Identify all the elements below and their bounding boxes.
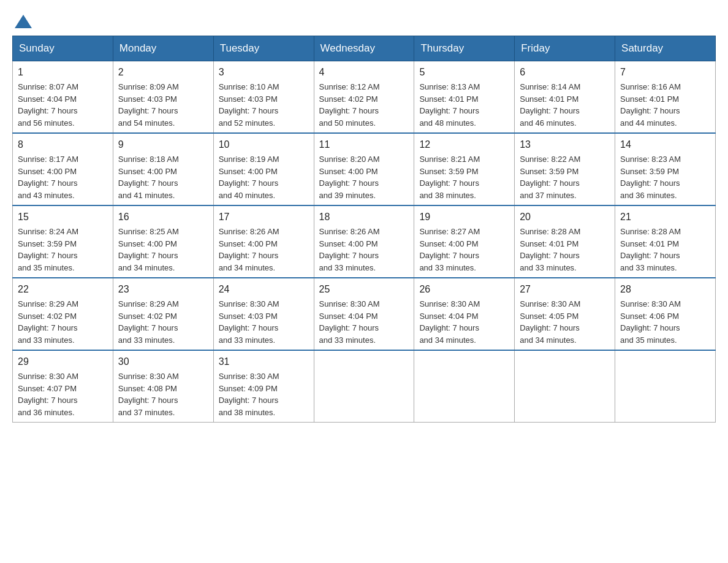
day-info: Sunrise: 8:13 AMSunset: 4:01 PMDaylight:… <box>419 81 509 129</box>
day-info: Sunrise: 8:29 AMSunset: 4:02 PMDaylight:… <box>18 298 108 346</box>
calendar-cell: 13Sunrise: 8:22 AMSunset: 3:59 PMDayligh… <box>515 133 615 205</box>
calendar-week-row: 8Sunrise: 8:17 AMSunset: 4:00 PMDaylight… <box>13 133 716 205</box>
calendar-cell: 6Sunrise: 8:14 AMSunset: 4:01 PMDaylight… <box>515 61 615 134</box>
day-number: 24 <box>219 282 309 297</box>
day-info: Sunrise: 8:30 AMSunset: 4:05 PMDaylight:… <box>520 298 610 346</box>
day-number: 14 <box>620 137 710 152</box>
calendar-cell: 24Sunrise: 8:30 AMSunset: 4:03 PMDayligh… <box>213 278 314 350</box>
day-number: 8 <box>18 137 108 152</box>
calendar-week-row: 29Sunrise: 8:30 AMSunset: 4:07 PMDayligh… <box>13 350 716 423</box>
day-number: 30 <box>118 354 208 369</box>
day-info: Sunrise: 8:07 AMSunset: 4:04 PMDaylight:… <box>18 81 108 129</box>
day-number: 15 <box>18 210 108 224</box>
day-info: Sunrise: 8:17 AMSunset: 4:00 PMDaylight:… <box>18 153 108 201</box>
calendar-cell: 26Sunrise: 8:30 AMSunset: 4:04 PMDayligh… <box>414 278 515 350</box>
calendar-cell: 21Sunrise: 8:28 AMSunset: 4:01 PMDayligh… <box>615 205 716 278</box>
calendar-cell: 29Sunrise: 8:30 AMSunset: 4:07 PMDayligh… <box>13 350 113 423</box>
day-info: Sunrise: 8:30 AMSunset: 4:06 PMDaylight:… <box>620 298 710 346</box>
logo <box>12 12 32 26</box>
calendar-cell <box>615 350 716 423</box>
day-number: 13 <box>520 137 610 152</box>
day-number: 22 <box>18 282 108 297</box>
calendar-cell: 16Sunrise: 8:25 AMSunset: 4:00 PMDayligh… <box>113 205 213 278</box>
calendar-table: SundayMondayTuesdayWednesdayThursdayFrid… <box>12 36 716 423</box>
calendar-cell: 31Sunrise: 8:30 AMSunset: 4:09 PMDayligh… <box>213 350 314 423</box>
logo-triangle-icon <box>15 15 32 28</box>
weekday-header-saturday: Saturday <box>615 36 716 61</box>
day-info: Sunrise: 8:22 AMSunset: 3:59 PMDaylight:… <box>520 153 610 201</box>
day-info: Sunrise: 8:20 AMSunset: 4:00 PMDaylight:… <box>319 153 409 201</box>
page-header <box>12 12 716 26</box>
calendar-cell: 18Sunrise: 8:26 AMSunset: 4:00 PMDayligh… <box>314 205 414 278</box>
calendar-cell: 1Sunrise: 8:07 AMSunset: 4:04 PMDaylight… <box>13 61 113 134</box>
day-number: 16 <box>118 210 208 224</box>
day-number: 7 <box>620 65 710 80</box>
calendar-week-row: 22Sunrise: 8:29 AMSunset: 4:02 PMDayligh… <box>13 278 716 350</box>
weekday-header-wednesday: Wednesday <box>314 36 414 61</box>
calendar-cell: 2Sunrise: 8:09 AMSunset: 4:03 PMDaylight… <box>113 61 213 134</box>
calendar-cell: 10Sunrise: 8:19 AMSunset: 4:00 PMDayligh… <box>213 133 314 205</box>
day-number: 25 <box>319 282 409 297</box>
day-number: 18 <box>319 210 409 224</box>
day-number: 28 <box>620 282 710 297</box>
day-number: 1 <box>18 65 108 80</box>
day-number: 26 <box>419 282 509 297</box>
calendar-cell: 20Sunrise: 8:28 AMSunset: 4:01 PMDayligh… <box>515 205 615 278</box>
calendar-cell: 27Sunrise: 8:30 AMSunset: 4:05 PMDayligh… <box>515 278 615 350</box>
day-number: 27 <box>520 282 610 297</box>
calendar-cell: 23Sunrise: 8:29 AMSunset: 4:02 PMDayligh… <box>113 278 213 350</box>
day-info: Sunrise: 8:21 AMSunset: 3:59 PMDaylight:… <box>419 153 509 201</box>
calendar-cell: 25Sunrise: 8:30 AMSunset: 4:04 PMDayligh… <box>314 278 414 350</box>
day-number: 20 <box>520 210 610 224</box>
calendar-cell <box>414 350 515 423</box>
day-info: Sunrise: 8:24 AMSunset: 3:59 PMDaylight:… <box>18 226 108 274</box>
day-info: Sunrise: 8:30 AMSunset: 4:09 PMDaylight:… <box>219 370 309 418</box>
day-number: 5 <box>419 65 509 80</box>
calendar-cell: 5Sunrise: 8:13 AMSunset: 4:01 PMDaylight… <box>414 61 515 134</box>
day-number: 3 <box>219 65 309 80</box>
calendar-header-row: SundayMondayTuesdayWednesdayThursdayFrid… <box>13 36 716 61</box>
calendar-week-row: 1Sunrise: 8:07 AMSunset: 4:04 PMDaylight… <box>13 61 716 134</box>
calendar-cell: 17Sunrise: 8:26 AMSunset: 4:00 PMDayligh… <box>213 205 314 278</box>
calendar-cell: 19Sunrise: 8:27 AMSunset: 4:00 PMDayligh… <box>414 205 515 278</box>
day-info: Sunrise: 8:29 AMSunset: 4:02 PMDaylight:… <box>118 298 208 346</box>
day-info: Sunrise: 8:26 AMSunset: 4:00 PMDaylight:… <box>319 226 409 274</box>
day-info: Sunrise: 8:16 AMSunset: 4:01 PMDaylight:… <box>620 81 710 129</box>
day-info: Sunrise: 8:26 AMSunset: 4:00 PMDaylight:… <box>219 226 309 274</box>
weekday-header-sunday: Sunday <box>13 36 113 61</box>
day-number: 23 <box>118 282 208 297</box>
calendar-cell: 12Sunrise: 8:21 AMSunset: 3:59 PMDayligh… <box>414 133 515 205</box>
day-number: 21 <box>620 210 710 224</box>
day-info: Sunrise: 8:28 AMSunset: 4:01 PMDaylight:… <box>520 226 610 274</box>
calendar-cell: 14Sunrise: 8:23 AMSunset: 3:59 PMDayligh… <box>615 133 716 205</box>
day-info: Sunrise: 8:12 AMSunset: 4:02 PMDaylight:… <box>319 81 409 129</box>
day-number: 6 <box>520 65 610 80</box>
calendar-cell: 22Sunrise: 8:29 AMSunset: 4:02 PMDayligh… <box>13 278 113 350</box>
day-info: Sunrise: 8:23 AMSunset: 3:59 PMDaylight:… <box>620 153 710 201</box>
day-number: 12 <box>419 137 509 152</box>
calendar-cell <box>515 350 615 423</box>
day-info: Sunrise: 8:10 AMSunset: 4:03 PMDaylight:… <box>219 81 309 129</box>
calendar-cell <box>314 350 414 423</box>
day-number: 11 <box>319 137 409 152</box>
calendar-cell: 15Sunrise: 8:24 AMSunset: 3:59 PMDayligh… <box>13 205 113 278</box>
day-info: Sunrise: 8:30 AMSunset: 4:04 PMDaylight:… <box>419 298 509 346</box>
calendar-cell: 30Sunrise: 8:30 AMSunset: 4:08 PMDayligh… <box>113 350 213 423</box>
calendar-cell: 7Sunrise: 8:16 AMSunset: 4:01 PMDaylight… <box>615 61 716 134</box>
day-info: Sunrise: 8:30 AMSunset: 4:03 PMDaylight:… <box>219 298 309 346</box>
weekday-header-friday: Friday <box>515 36 615 61</box>
day-info: Sunrise: 8:28 AMSunset: 4:01 PMDaylight:… <box>620 226 710 274</box>
day-info: Sunrise: 8:30 AMSunset: 4:08 PMDaylight:… <box>118 370 208 418</box>
day-info: Sunrise: 8:09 AMSunset: 4:03 PMDaylight:… <box>118 81 208 129</box>
weekday-header-thursday: Thursday <box>414 36 515 61</box>
weekday-header-monday: Monday <box>113 36 213 61</box>
calendar-week-row: 15Sunrise: 8:24 AMSunset: 3:59 PMDayligh… <box>13 205 716 278</box>
day-number: 4 <box>319 65 409 80</box>
day-info: Sunrise: 8:25 AMSunset: 4:00 PMDaylight:… <box>118 226 208 274</box>
calendar-cell: 4Sunrise: 8:12 AMSunset: 4:02 PMDaylight… <box>314 61 414 134</box>
day-number: 10 <box>219 137 309 152</box>
day-info: Sunrise: 8:18 AMSunset: 4:00 PMDaylight:… <box>118 153 208 201</box>
day-number: 29 <box>18 354 108 369</box>
weekday-header-tuesday: Tuesday <box>213 36 314 61</box>
day-number: 17 <box>219 210 309 224</box>
